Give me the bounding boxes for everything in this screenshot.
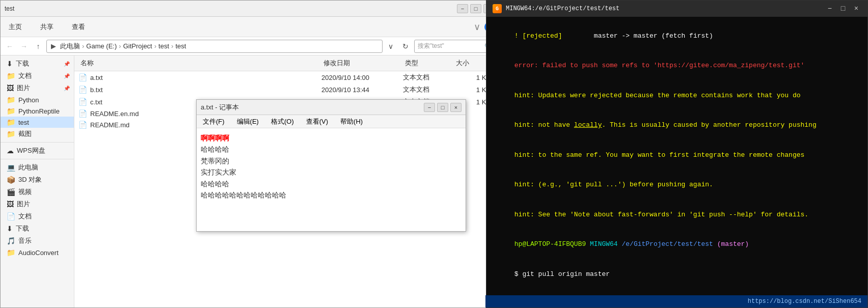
folder-icon-2: 📁 [7,107,15,115]
toolbar-view-btn[interactable]: 查看 [68,20,89,34]
notepad-title: a.txt - 记事本 [201,103,424,112]
address-path[interactable]: ▶ 此电脑 › Game (E:) › GitProject › test › … [46,40,383,53]
notepad-line-4: 实打实大家 [201,166,462,178]
file-list-header: 名称 修改日期 类型 大小 [74,55,499,71]
sidebar-item-test[interactable]: 📁 test [1,117,74,128]
notepad-window: a.txt - 记事本 − □ × 文件(F) 编辑(E) 格式(O) 查看(V… [196,99,466,232]
terminal-close-btn[interactable]: × [851,4,861,14]
notepad-text-1: 啊啊啊啊 [201,134,229,142]
notepad-titlebar: a.txt - 记事本 − □ × [197,100,466,115]
explorer-titlebar: test − □ × [1,1,499,17]
term-prompt-1: hp@LAPTOP-4IFBQUB9 MINGW64 /e/GitProject… [491,230,863,260]
pc-icon: 💻 [7,163,15,172]
term-app-1: MINGW64 [590,240,618,248]
notepad-menu-format[interactable]: 格式(O) [267,116,298,127]
term-error: error: failed to push some refs to 'http… [514,62,805,69]
notepad-close-btn[interactable]: × [450,103,462,112]
terminal-minimize-btn[interactable]: − [825,4,835,14]
md-icon: 📄 [78,121,87,129]
sidebar-item-docs-pinned[interactable]: 📁 文档 📌 [1,70,74,82]
folder-icon-3: 📁 [7,118,15,126]
path-folder3: test [175,42,186,50]
sidebar-item-video[interactable]: 🎬 视频 [1,186,74,198]
col-name[interactable]: 名称 [78,58,321,69]
txt-icon-c: 📄 [78,98,87,106]
notepad-menu-file[interactable]: 文件(F) [199,116,229,127]
wps-icon: ☁ [7,147,14,155]
term-hint-1: hint: Updates were rejected because the … [514,92,801,99]
path-sep-5: › [171,42,173,50]
sidebar-item-pics-pinned[interactable]: 🖼 图片 📌 [1,82,74,94]
notepad-menu-view[interactable]: 查看(V) [302,116,332,127]
file-row-atxt[interactable]: 📄 a.txt 2020/9/10 14:00 文本文档 1 KB [74,71,499,83]
notepad-menu-help[interactable]: 帮助(H) [336,116,367,127]
sidebar-item-audioconvert[interactable]: 📁 AudioConvert [1,247,74,258]
forward-btn[interactable]: → [18,40,30,52]
sidebar-item-document[interactable]: 📄 文档 [1,210,74,222]
doc-icon: 📄 [7,212,15,220]
file-label-btxt: b.txt [90,86,103,94]
toolbar-home-btn[interactable]: 主页 [5,20,26,34]
notepad-content: 啊啊啊啊 哈哈哈哈 梵蒂冈的 实打实大家 哈哈哈哈 哈哈哈哈哈哈哈哈哈哈哈哈 [197,128,466,231]
watermark-text: https://blog.csdn.net/SiShen654 [748,298,861,305]
txt-icon-a: 📄 [78,73,87,81]
refresh-btn[interactable]: ↻ [399,40,412,53]
up-btn[interactable]: ↑ [32,40,44,52]
sidebar-item-screenshot[interactable]: 📁 截图 [1,128,74,140]
notepad-minimize-btn[interactable]: − [424,103,435,112]
sidebar-item-label: 视频 [18,187,32,197]
notepad-maximize-btn[interactable]: □ [437,103,448,112]
term-cmd-1: $ git pull origin master [491,259,863,289]
toolbar-share-btn[interactable]: 共享 [36,20,58,34]
notepad-text-5: 哈哈哈哈 [201,180,229,188]
col-type[interactable]: 类型 [403,58,454,69]
notepad-line-1: 啊啊啊啊 [201,132,462,144]
video-icon: 🎬 [7,188,15,196]
term-branch-1: (master) [717,240,749,248]
dropdown-btn[interactable]: ∨ [385,40,397,52]
pin-icon-2: 📌 [64,73,70,79]
file-row-btxt[interactable]: 📄 b.txt 2020/9/10 13:44 文本文档 1 KB [74,83,499,96]
sidebar-item-wps[interactable]: ☁ WPS网盘 [1,145,74,157]
sidebar-item-music[interactable]: 🎵 音乐 [1,235,74,247]
file-type-atxt: 文本文档 [403,73,454,82]
path-drive: Game (E:) [86,42,117,50]
term-hint-3: hint: to the same ref. You may want to f… [514,151,805,159]
address-bar: ← → ↑ ▶ 此电脑 › Game (E:) › GitProject › t… [1,37,499,55]
pin-icon: 📌 [64,61,70,67]
pin-icon-3: 📌 [64,86,70,91]
sidebar-item-download2[interactable]: ⬇ 下载 [1,222,74,235]
search-box[interactable]: 搜索"test" 🔍 [414,40,496,53]
sidebar-item-label: Python [18,96,39,104]
col-modified[interactable]: 修改日期 [321,58,403,69]
file-label-ctxt: c.txt [90,98,102,106]
sidebar-item-label: 图片 [17,83,30,93]
explorer-toolbar: 主页 共享 查看 ∨ ? [1,17,499,37]
back-btn[interactable]: ← [4,40,16,52]
sidebar-item-download-pinned[interactable]: ⬇ 下载 📌 [1,58,74,70]
sidebar-item-label: 3D 对象 [18,175,42,184]
sidebar-item-label: test [18,119,29,126]
sidebar-item-python[interactable]: 📁 Python [1,94,74,105]
toolbar-expand-icon[interactable]: ∨ [474,21,480,33]
explorer-minimize-btn[interactable]: − [457,4,468,13]
file-date-btxt: 2020/9/10 13:44 [321,86,403,94]
txt-icon-b: 📄 [78,86,87,94]
sidebar-item-this-pc[interactable]: 💻 此电脑 [1,161,74,174]
notepad-menu-edit[interactable]: 编辑(E) [233,116,263,127]
notepad-line-5: 哈哈哈哈 [201,178,462,189]
notepad-line-3: 梵蒂冈的 [201,155,462,166]
term-hint-4: hint: (e.g., 'git pull ...') before push… [514,181,713,188]
explorer-title: test [5,5,457,12]
sidebar-item-3d[interactable]: 📦 3D 对象 [1,174,74,186]
notepad-line-2: 哈哈哈哈 [201,144,462,155]
path-pc-icon: ▶ [51,42,56,50]
explorer-maximize-btn[interactable]: □ [470,4,481,13]
image-icon: 🖼 [7,200,14,208]
sidebar-item-label: 文档 [18,212,32,221]
sidebar-item-image[interactable]: 🖼 图片 [1,198,74,210]
audio-icon: 📁 [7,248,15,257]
terminal-title: MINGW64:/e/GitProject/test/test [506,5,821,12]
terminal-maximize-btn[interactable]: □ [838,4,848,14]
sidebar-item-pythonreptile[interactable]: 📁 PythonReptile [1,105,74,117]
